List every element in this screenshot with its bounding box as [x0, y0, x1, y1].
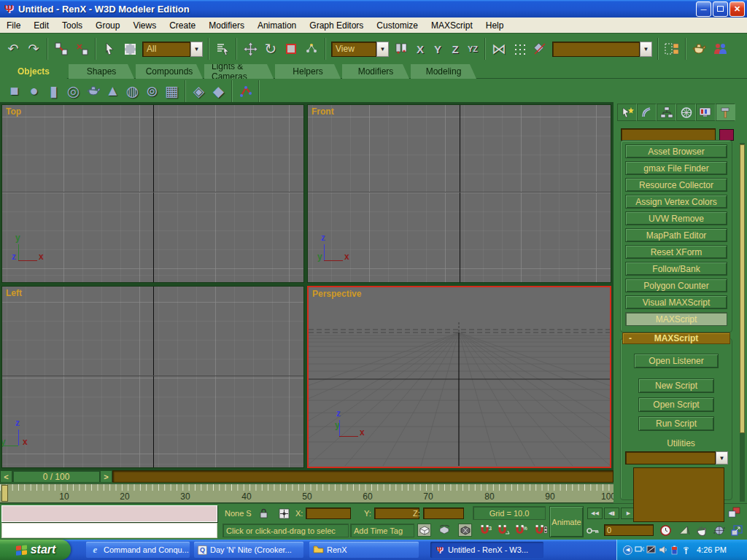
tab-helpers[interactable]: Helpers: [275, 64, 341, 79]
pan-view-button[interactable]: [694, 524, 708, 537]
create-teapot-button[interactable]: [83, 81, 103, 101]
mirror-button[interactable]: ⋈: [489, 39, 508, 59]
hide-tray-icons-button[interactable]: ◀: [623, 545, 632, 555]
utility-asset-browser-button[interactable]: Asset Browser: [625, 144, 727, 158]
menu-customize[interactable]: Customize: [370, 19, 425, 32]
utility-polygon-counter-button[interactable]: Polygon Counter: [625, 279, 727, 292]
create-geosphere-button[interactable]: ◍: [123, 81, 142, 101]
utilities-dropdown[interactable]: ▼: [625, 451, 728, 464]
selection-region-button[interactable]: [120, 39, 139, 59]
menu-help[interactable]: Help: [479, 19, 511, 32]
select-and-rotate-button[interactable]: ↻: [261, 39, 280, 59]
zoom-extents-all-button[interactable]: [727, 506, 741, 519]
restrict-y-button[interactable]: Y: [429, 40, 446, 58]
redo-button[interactable]: ↷: [24, 39, 43, 59]
create-torus-button[interactable]: ◎: [63, 81, 83, 101]
maxscript-mini-listener-macro[interactable]: [1, 505, 217, 522]
taskbar-task-command-and-conquer[interactable]: e Command and Conqu...: [86, 542, 190, 558]
schematic-view-button[interactable]: [662, 39, 681, 59]
utility-gmax-file-finder-button[interactable]: gmax File Finder: [625, 161, 727, 175]
go-to-start-button[interactable]: ◀◀: [587, 508, 603, 519]
utility-reset-xform-button[interactable]: Reset XForm: [625, 245, 727, 259]
maxscript-rollout-header[interactable]: - MAXScript: [622, 332, 730, 344]
display-settings-icon[interactable]: [646, 545, 656, 555]
create-bones-button[interactable]: [236, 81, 255, 101]
arc-rotate-button[interactable]: [712, 524, 726, 537]
utility-assign-vertex-colors-button[interactable]: Assign Vertex Colors: [625, 195, 727, 209]
restore-button[interactable]: [713, 1, 728, 17]
restrict-plane-button[interactable]: YZ: [464, 40, 481, 58]
create-cone-button[interactable]: ▲: [103, 81, 123, 101]
align-button[interactable]: [530, 39, 549, 59]
tab-compounds[interactable]: Compounds: [136, 64, 203, 79]
tab-create[interactable]: [617, 104, 637, 121]
utility-mappath-editor-button[interactable]: MapPath Editor: [625, 228, 727, 242]
menu-modifiers[interactable]: Modifiers: [202, 19, 251, 32]
create-plane-button[interactable]: ▦: [162, 81, 182, 101]
create-tri-patch-button[interactable]: ◆: [209, 81, 228, 101]
track-bar-handle[interactable]: [1, 485, 8, 502]
shaded-view-button[interactable]: [458, 524, 472, 537]
previous-frame-button[interactable]: <: [0, 470, 12, 483]
menu-group[interactable]: Group: [89, 19, 126, 32]
utility-visual-maxscript-button[interactable]: Visual MAXScript: [625, 295, 727, 309]
utility-name-field[interactable]: [621, 128, 716, 141]
utility-follow-bank-button[interactable]: Follow/Bank: [625, 262, 727, 276]
next-frame-button[interactable]: >: [100, 470, 112, 483]
taskbar-task-renx-folder[interactable]: RenX: [309, 542, 419, 558]
spinner-snap-button[interactable]: [534, 524, 548, 537]
create-quad-patch-button[interactable]: ◈: [189, 81, 209, 101]
utilities-dropdown-open-list[interactable]: [633, 467, 724, 522]
tab-modify[interactable]: [637, 104, 657, 121]
tab-modeling[interactable]: Modeling: [411, 64, 476, 79]
reference-coordsys-dropdown[interactable]: View ▼: [331, 42, 389, 57]
create-tube-button[interactable]: ⊚: [142, 81, 162, 101]
menu-create[interactable]: Create: [163, 19, 202, 32]
tab-modifiers[interactable]: Modifiers: [342, 64, 409, 79]
menu-maxscript[interactable]: MAXScript: [425, 19, 479, 32]
tab-display[interactable]: [696, 104, 716, 121]
zoom-button[interactable]: [677, 524, 691, 537]
selection-filter-dropdown[interactable]: All ▼: [142, 42, 203, 57]
restrict-z-button[interactable]: Z: [446, 40, 464, 58]
panel-scrollbar-thumb[interactable]: [740, 144, 745, 433]
close-button[interactable]: ✕: [729, 1, 745, 17]
select-and-link-button[interactable]: [52, 39, 71, 59]
select-and-move-button[interactable]: [241, 39, 260, 59]
rotate-view-button[interactable]: [438, 524, 452, 537]
tab-motion[interactable]: [676, 104, 696, 121]
snap-toggle-3d-button[interactable]: 3: [479, 524, 492, 537]
select-and-scale-button[interactable]: [282, 39, 301, 59]
tab-objects[interactable]: Objects: [0, 64, 67, 79]
panel-scrollbar[interactable]: [740, 143, 745, 502]
start-button[interactable]: start: [0, 540, 71, 560]
viewport-perspective[interactable]: Perspective z x y: [307, 286, 611, 468]
selection-lock-button[interactable]: [257, 507, 271, 520]
menu-edit[interactable]: Edit: [27, 19, 55, 32]
create-cylinder-button[interactable]: ▮: [44, 81, 63, 101]
set-key-button[interactable]: [586, 524, 600, 537]
select-and-manipulate-button[interactable]: [302, 39, 321, 59]
use-center-flyout-button[interactable]: [392, 39, 411, 59]
current-frame-field[interactable]: 0: [604, 524, 654, 536]
viewport-front[interactable]: Front z x y: [307, 104, 611, 283]
render-last-button[interactable]: [711, 39, 729, 59]
utility-uvw-remove-button[interactable]: UVW Remove: [625, 211, 727, 225]
viewport-top[interactable]: Top y x z: [1, 104, 304, 283]
minimize-button[interactable]: —: [696, 1, 711, 17]
tab-utilities[interactable]: [716, 104, 735, 121]
menu-tools[interactable]: Tools: [55, 19, 89, 32]
tab-shapes[interactable]: Shapes: [69, 64, 134, 79]
isometric-view-button[interactable]: [417, 524, 431, 537]
animate-button[interactable]: Animate: [549, 506, 584, 537]
percent-snap-button[interactable]: %: [514, 524, 527, 537]
wireless-network-icon[interactable]: [681, 545, 691, 555]
utility-resource-collector-button[interactable]: Resource Collector: [625, 178, 727, 192]
taskbar-task-day-n-nite[interactable]: Q Day 'N' Nite (Crooker...: [194, 542, 303, 558]
render-scene-button[interactable]: [690, 39, 709, 59]
battery-status-icon[interactable]: [670, 545, 679, 555]
angle-snap-button[interactable]: [496, 524, 510, 537]
maxscript-mini-listener-input[interactable]: [1, 523, 217, 538]
named-selection-dropdown[interactable]: ▼: [552, 42, 652, 57]
time-slider-track[interactable]: [112, 470, 614, 483]
